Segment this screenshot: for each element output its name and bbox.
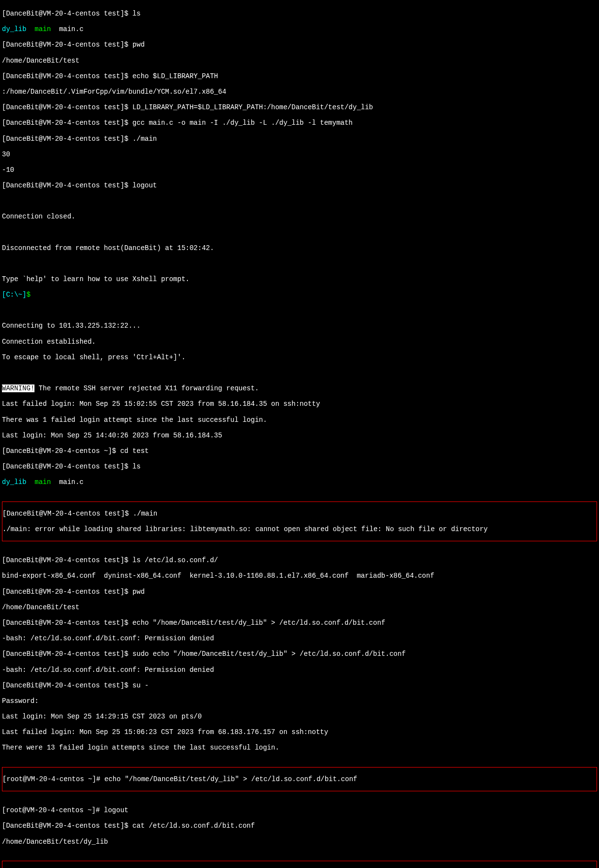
prompt: [DanceBit@VM-20-4-centos test]$ <box>2 182 133 189</box>
output: /home/DanceBit/test <box>2 57 597 65</box>
output: :/home/DanceBit/.VimForCpp/vim/bundle/YC… <box>2 88 597 96</box>
output: -bash: /etc/ld.so.conf.d/bit.conf: Permi… <box>2 634 597 642</box>
output: Disconnected from remote host(DanceBit) … <box>2 244 597 252</box>
cmd-line: [DanceBit@VM-20-4-centos test]$ ./main <box>2 135 597 143</box>
exe-name: main <box>34 478 51 486</box>
output: Password: <box>2 697 597 705</box>
cmd: su - <box>133 682 149 689</box>
cmd: ls <box>133 10 141 17</box>
highlight-box-error1: [DanceBit@VM-20-4-centos test]$ ./main .… <box>2 501 597 541</box>
prompt: [DanceBit@VM-20-4-centos test]$ <box>2 103 133 111</box>
output: There was 1 failed login attempt since t… <box>2 416 597 424</box>
output: bind-export-x86_64.conf dyninst-x86_64.c… <box>2 572 597 580</box>
prompt: [DanceBit@VM-20-4-centos test]$ <box>2 619 133 627</box>
cmd-line: [root@VM-20-4-centos ~]# echo "/home/Dan… <box>2 775 597 783</box>
output: Last login: Mon Sep 25 14:40:26 2023 fro… <box>2 432 597 439</box>
file-name: main.c <box>51 478 83 486</box>
blank <box>2 306 597 314</box>
cmd-line: [DanceBit@VM-20-4-centos test]$ cat /etc… <box>2 822 597 830</box>
prompt: [DanceBit@VM-20-4-centos test]$ <box>2 588 133 596</box>
prompt: [DanceBit@VM-20-4-centos test]$ <box>2 119 133 127</box>
cmd: cat /etc/ld.so.conf.d/bit.conf <box>133 822 255 830</box>
cmd: echo $LD_LIBRARY_PATH <box>133 72 218 80</box>
cmd: logout <box>104 806 128 814</box>
cmd-line: [DanceBit@VM-20-4-centos test]$ echo "/h… <box>2 619 597 627</box>
output: Last failed login: Mon Sep 25 15:06:23 C… <box>2 728 597 736</box>
cmd-line: [DanceBit@VM-20-4-centos test]$ sudo ech… <box>2 650 597 658</box>
warning-text: The remote SSH server rejected X11 forwa… <box>34 384 259 392</box>
highlight-box-error2: [DanceBit@VM-20-4-centos test]$ ./main .… <box>2 861 597 868</box>
prompt: [DanceBit@VM-20-4-centos test]$ <box>2 10 133 17</box>
output: /home/DanceBit/test <box>2 603 597 611</box>
highlight-box-rootecho: [root@VM-20-4-centos ~]# echo "/home/Dan… <box>2 767 597 791</box>
ls-output: dy_lib main main.c <box>2 478 597 486</box>
cmd-line: [DanceBit@VM-20-4-centos test]$ su - <box>2 682 597 689</box>
prompt: [DanceBit@VM-20-4-centos test]$ <box>2 556 133 564</box>
output: Connection closed. <box>2 213 597 220</box>
cmd-line: [DanceBit@VM-20-4-centos test]$ logout <box>2 182 597 189</box>
prompt: [DanceBit@VM-20-4-centos test]$ <box>2 72 133 80</box>
output: To escape to local shell, press 'Ctrl+Al… <box>2 353 597 361</box>
output: Connecting to 101.33.225.132:22... <box>2 322 597 330</box>
cmd: pwd <box>133 41 145 49</box>
cmd-line: [DanceBit@VM-20-4-centos test]$ LD_LIBRA… <box>2 103 597 111</box>
cmd-line: [DanceBit@VM-20-4-centos test]$ gcc main… <box>2 119 597 127</box>
output: -bash: /etc/ld.so.conf.d/bit.conf: Permi… <box>2 666 597 674</box>
local-prompt-dollar: $ <box>26 291 30 299</box>
output: -10 <box>2 166 597 174</box>
cmd: LD_LIBRARY_PATH=$LD_LIBRARY_PATH:/home/D… <box>133 103 373 111</box>
output: 30 <box>2 150 597 158</box>
output: /home/DanceBit/test/dy_lib <box>2 838 597 846</box>
cmd-line: [DanceBit@VM-20-4-centos test]$ pwd <box>2 41 597 49</box>
cmd: gcc main.c -o main -I ./dy_lib -L ./dy_l… <box>133 119 353 127</box>
prompt: [DanceBit@VM-20-4-centos test]$ <box>2 41 133 49</box>
warning-line: WARNING! The remote SSH server rejected … <box>2 384 597 392</box>
cmd-line: [DanceBit@VM-20-4-centos test]$ ls <box>2 463 597 470</box>
spacer <box>26 25 34 33</box>
cmd-line: [DanceBit@VM-20-4-centos test]$ ls /etc/… <box>2 556 597 564</box>
prompt: [DanceBit@VM-20-4-centos test]$ <box>2 510 133 517</box>
local-prompt: [C:\~]$ <box>2 291 597 299</box>
local-prompt-path: [C:\~] <box>2 291 26 299</box>
cmd: logout <box>133 182 157 189</box>
ls-output: dy_lib main main.c <box>2 25 597 33</box>
warning-badge: WARNING! <box>2 384 34 392</box>
prompt: [DanceBit@VM-20-4-centos test]$ <box>2 135 133 143</box>
cmd: ls <box>133 463 141 470</box>
prompt: [DanceBit@VM-20-4-centos ~]$ <box>2 447 120 455</box>
blank <box>2 260 597 267</box>
output: ./main: error while loading shared libra… <box>2 525 597 533</box>
terminal-output[interactable]: [DanceBit@VM-20-4-centos test]$ ls dy_li… <box>0 0 599 868</box>
blank <box>2 197 597 205</box>
root-prompt: [root@VM-20-4-centos ~]# <box>2 775 104 783</box>
prompt: [DanceBit@VM-20-4-centos test]$ <box>2 650 133 658</box>
file-name: main.c <box>51 25 83 33</box>
prompt: [DanceBit@VM-20-4-centos test]$ <box>2 682 133 689</box>
cmd: echo "/home/DanceBit/test/dy_lib" > /etc… <box>133 619 385 627</box>
blank <box>2 369 597 377</box>
cmd-line: [DanceBit@VM-20-4-centos ~]$ cd test <box>2 447 597 455</box>
cmd-line: [root@VM-20-4-centos ~]# logout <box>2 806 597 814</box>
cmd-line: [DanceBit@VM-20-4-centos test]$ ./main <box>2 510 597 517</box>
cmd: echo "/home/DanceBit/test/dy_lib" > /etc… <box>104 775 357 783</box>
exe-name: main <box>34 25 51 33</box>
dir-name: dy_lib <box>2 25 26 33</box>
output: Type `help' to learn how to use Xshell p… <box>2 275 597 283</box>
cmd: ./main <box>133 135 157 143</box>
prompt: [DanceBit@VM-20-4-centos test]$ <box>2 822 133 830</box>
cmd: pwd <box>133 588 145 596</box>
cmd: ./main <box>133 510 157 517</box>
blank <box>2 229 597 236</box>
output: Last login: Mon Sep 25 14:29:15 CST 2023… <box>2 713 597 720</box>
cmd-line: [DanceBit@VM-20-4-centos test]$ ls <box>2 10 597 17</box>
dir-name: dy_lib <box>2 478 26 486</box>
output: There were 13 failed login attempts sinc… <box>2 744 597 751</box>
prompt: [DanceBit@VM-20-4-centos test]$ <box>2 463 133 470</box>
cmd: ls /etc/ld.so.conf.d/ <box>133 556 218 564</box>
output: Connection established. <box>2 338 597 346</box>
spacer <box>26 478 34 486</box>
output: Last failed login: Mon Sep 25 15:02:55 C… <box>2 400 597 408</box>
root-prompt: [root@VM-20-4-centos ~]# <box>2 806 104 814</box>
cmd-line: [DanceBit@VM-20-4-centos test]$ pwd <box>2 588 597 596</box>
cmd-line: [DanceBit@VM-20-4-centos test]$ echo $LD… <box>2 72 597 80</box>
